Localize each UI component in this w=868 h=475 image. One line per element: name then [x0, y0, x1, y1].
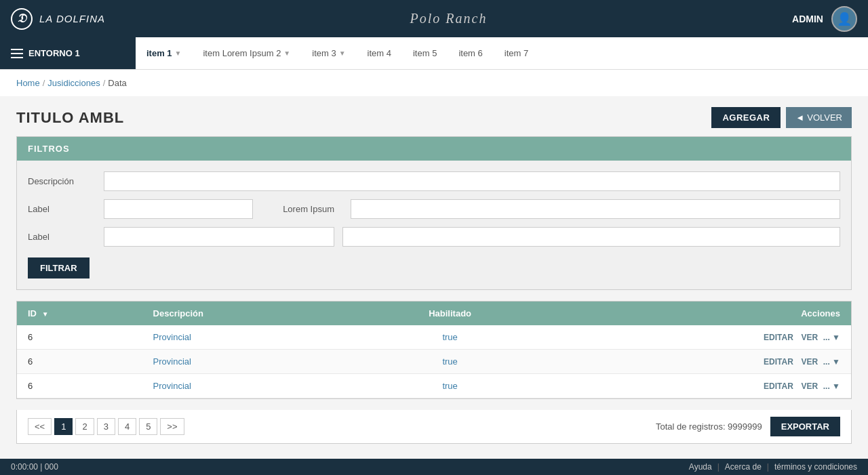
- status-bar: 0:00:00 | 000 Ayuda | Acerca de | términ…: [0, 459, 868, 475]
- agregar-button[interactable]: AGREGAR: [711, 107, 781, 128]
- page-actions: AGREGAR ◄ VOLVER: [711, 107, 852, 128]
- ver-link[interactable]: VER: [801, 333, 818, 342]
- volver-button[interactable]: ◄ VOLVER: [786, 107, 852, 128]
- chevron-down-icon: ▼: [283, 49, 290, 57]
- editar-link[interactable]: EDITAR: [764, 357, 793, 367]
- filtro-row-label2: Label: [28, 227, 840, 247]
- filtro-input-label1[interactable]: [104, 199, 253, 219]
- filtro-input-descripcion[interactable]: [104, 171, 840, 191]
- cell-descripcion[interactable]: Provincial: [142, 374, 355, 398]
- breadcrumb-home[interactable]: Home: [16, 78, 40, 88]
- menu-item-4[interactable]: item 4: [357, 37, 402, 69]
- chevron-left-icon: ◄: [795, 112, 804, 123]
- status-sep-1: |: [717, 462, 719, 472]
- col-id-label: ID: [28, 308, 37, 318]
- editar-link[interactable]: EDITAR: [764, 381, 793, 391]
- col-acciones: Acciones: [545, 302, 851, 325]
- menu-item-5-label: item 5: [413, 48, 437, 58]
- filtro-label-2: Label: [28, 232, 96, 242]
- cell-acciones: EDITAR VER ... ▼: [545, 374, 851, 398]
- pagination-bar: << 1 2 3 4 5 >> Total de registros: 9999…: [16, 410, 852, 444]
- filtro-input-label2b[interactable]: [342, 227, 840, 247]
- filtro-input-label2a[interactable]: [104, 227, 334, 247]
- col-id[interactable]: ID ▼: [17, 302, 142, 325]
- admin-label: ADMIN: [792, 14, 823, 24]
- avatar[interactable]: 👤: [831, 6, 857, 32]
- logo-text: LA DOLFINA: [39, 13, 105, 24]
- col-habilitado-label: Habilitado: [429, 308, 471, 318]
- menu-item-2[interactable]: item Lorem Ipsum 2 ▼: [192, 37, 301, 69]
- filtros-header: FILTROS: [17, 137, 851, 161]
- cell-descripcion[interactable]: Provincial: [142, 325, 355, 350]
- menu-bar: ENTORNO 1 item 1 ▼ item Lorem Ipsum 2 ▼ …: [0, 37, 868, 70]
- status-acercade-link[interactable]: Acerca de: [725, 462, 762, 472]
- menu-item-3[interactable]: item 3 ▼: [301, 37, 356, 69]
- more-actions-button[interactable]: ... ▼: [823, 381, 840, 391]
- page-title: TITULO AMBL: [16, 109, 124, 127]
- filtro-label-descripcion: Descripción: [28, 176, 96, 186]
- page-header: TITULO AMBL AGREGAR ◄ VOLVER: [0, 96, 868, 136]
- page-5-button[interactable]: 5: [139, 418, 157, 435]
- table-row: 6 Provincial true EDITAR VER ... ▼: [17, 350, 851, 374]
- menu-item-4-label: item 4: [368, 48, 391, 58]
- volver-label: VOLVER: [807, 112, 842, 123]
- breadcrumb-jusidicciones[interactable]: Jusidicciones: [47, 78, 100, 88]
- page-4-button[interactable]: 4: [118, 418, 136, 435]
- chevron-down-icon: ▼: [339, 49, 346, 57]
- menu-item-7[interactable]: item 7: [494, 37, 539, 69]
- col-acciones-label: Acciones: [801, 308, 840, 318]
- sort-icon: ▼: [42, 310, 49, 318]
- page-2-button[interactable]: 2: [75, 418, 94, 435]
- more-actions-button[interactable]: ... ▼: [823, 357, 840, 367]
- cell-acciones: EDITAR VER ... ▼: [545, 350, 851, 374]
- menu-item-5[interactable]: item 5: [402, 37, 448, 69]
- filtro-row-label1: Label Lorem Ipsum: [28, 199, 840, 219]
- exportar-button[interactable]: EXPORTAR: [770, 417, 840, 436]
- brand-center: Polo Ranch: [410, 11, 488, 26]
- top-navbar: 𝔇 LA DOLFINA Polo Ranch ADMIN 👤: [0, 0, 868, 37]
- chevron-down-icon: ▼: [175, 49, 182, 57]
- menu-item-3-label: item 3: [312, 48, 336, 58]
- page-first-button[interactable]: <<: [28, 418, 52, 435]
- breadcrumb-sep-1: /: [43, 78, 45, 88]
- cell-id: 6: [17, 350, 142, 374]
- status-ayuda-link[interactable]: Ayuda: [689, 462, 712, 472]
- page-last-button[interactable]: >>: [160, 418, 184, 435]
- ver-link[interactable]: VER: [801, 357, 818, 367]
- col-descripcion: Descripción: [142, 302, 355, 325]
- status-terminos-link[interactable]: términos y condiciones: [774, 462, 857, 472]
- table-container: ID ▼ Descripción Habilitado Acciones: [16, 301, 852, 399]
- logo-icon: 𝔇: [11, 8, 33, 30]
- status-sep-2: |: [767, 462, 769, 472]
- filtro-input-lorem-ipsum[interactable]: [351, 199, 840, 219]
- main-content: Home / Jusidicciones / Data TITULO AMBL …: [0, 70, 868, 475]
- menu-item-6-label: item 6: [458, 48, 482, 58]
- page-3-button[interactable]: 3: [97, 418, 115, 435]
- cell-descripcion[interactable]: Provincial: [142, 350, 355, 374]
- filtros-body: Descripción Label Lorem Ipsum Label FILT…: [17, 161, 851, 289]
- filtro-row-descripcion: Descripción: [28, 171, 840, 191]
- cell-acciones: EDITAR VER ... ▼: [545, 325, 851, 350]
- page-1-button[interactable]: 1: [54, 418, 73, 435]
- filtrar-button[interactable]: FILTRAR: [28, 257, 90, 278]
- menu-item-6[interactable]: item 6: [448, 37, 493, 69]
- editar-link[interactable]: EDITAR: [764, 333, 793, 342]
- breadcrumb-sep-2: /: [103, 78, 106, 88]
- filtro-label-1: Label: [28, 204, 96, 214]
- top-right-area: ADMIN 👤: [792, 6, 857, 32]
- ver-link[interactable]: VER: [801, 381, 818, 391]
- menu-item-1-label: item 1: [146, 48, 172, 58]
- more-actions-button[interactable]: ... ▼: [823, 333, 840, 342]
- table-row: 6 Provincial true EDITAR VER ... ▼: [17, 325, 851, 350]
- total-registros: Total de registros: 9999999: [656, 421, 762, 432]
- hamburger-icon: [11, 49, 23, 58]
- entorno-menu[interactable]: ENTORNO 1: [0, 37, 136, 69]
- filtros-container: FILTROS Descripción Label Lorem Ipsum La…: [16, 136, 852, 290]
- pagination-left: << 1 2 3 4 5 >>: [28, 418, 184, 435]
- col-habilitado: Habilitado: [355, 302, 545, 325]
- menu-item-2-label: item Lorem Ipsum 2: [203, 48, 281, 58]
- cell-habilitado: true: [355, 350, 545, 374]
- col-descripcion-label: Descripción: [153, 308, 203, 318]
- logo-area: 𝔇 LA DOLFINA: [11, 8, 105, 30]
- menu-item-1[interactable]: item 1 ▼: [136, 37, 192, 69]
